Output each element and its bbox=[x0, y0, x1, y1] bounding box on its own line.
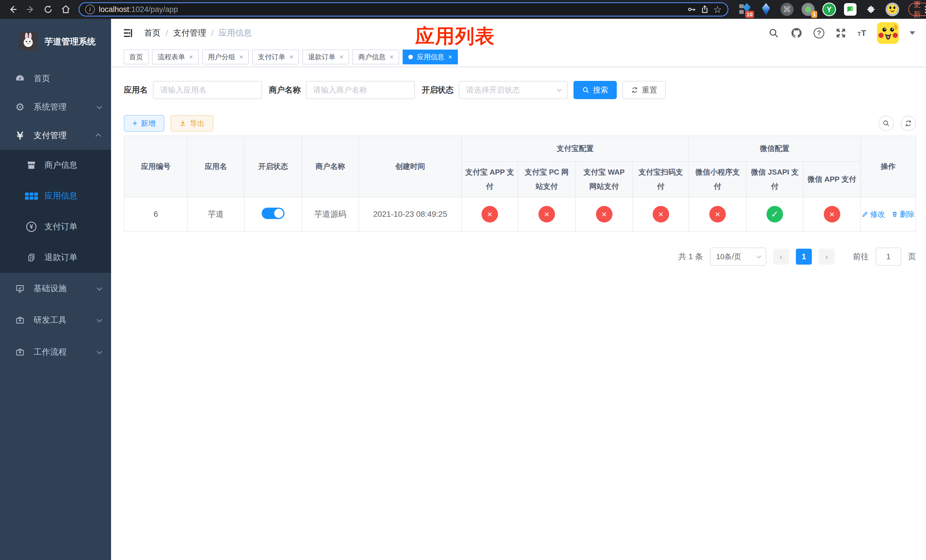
site-info-icon[interactable]: i bbox=[85, 5, 95, 14]
extensions-area: 10 ⌘ 1 Y bbox=[738, 3, 899, 16]
cell-alipay-qr bbox=[633, 197, 689, 231]
sidebar-item-system[interactable]: ⚙ 系统管理 bbox=[0, 93, 111, 121]
close-icon[interactable]: × bbox=[239, 53, 243, 61]
col-app-id: 应用编号 bbox=[124, 136, 188, 197]
navbar-actions: ? TT bbox=[768, 22, 915, 44]
page-content: 应用名 商户名称 开启状态 请选择开启状态 搜索 重置 bbox=[111, 67, 926, 560]
briefcase-icon bbox=[14, 347, 26, 357]
tab-merchant-info[interactable]: 商户信息× bbox=[353, 50, 399, 64]
user-avatar[interactable] bbox=[877, 22, 899, 44]
extensions-puzzle-icon[interactable] bbox=[864, 3, 878, 16]
monitor-check-icon bbox=[14, 284, 26, 294]
edit-link[interactable]: 修改 bbox=[862, 209, 885, 219]
address-bar[interactable]: i localhost:1024/pay/app ☆ bbox=[79, 2, 728, 17]
toggle-search-button[interactable] bbox=[878, 116, 894, 131]
avatar-caret-icon[interactable] bbox=[909, 31, 915, 35]
add-button[interactable]: + 新增 bbox=[124, 115, 164, 132]
tab-refund-order[interactable]: 退款订单× bbox=[303, 50, 349, 64]
breadcrumb-payment[interactable]: 支付管理 bbox=[173, 27, 206, 39]
prev-page-button[interactable]: ‹ bbox=[773, 249, 789, 265]
extension-chat-icon[interactable] bbox=[843, 3, 857, 16]
fullscreen-icon[interactable] bbox=[835, 27, 847, 39]
extension-badge: 10 bbox=[745, 11, 754, 18]
search-icon bbox=[582, 86, 589, 94]
url-text: localhost:1024/pay/app bbox=[99, 5, 683, 14]
page-size-select[interactable]: 10条/页 bbox=[710, 248, 766, 266]
sidebar-item-infrastructure[interactable]: 基础设施 bbox=[0, 273, 111, 304]
reset-button[interactable]: 重置 bbox=[622, 81, 666, 99]
browser-update-button[interactable]: 更新 bbox=[908, 3, 926, 16]
tab-app-info[interactable]: 应用信息× bbox=[402, 50, 458, 64]
storefront-icon bbox=[25, 160, 38, 170]
yen-icon: ￥ bbox=[14, 129, 26, 143]
browser-menu-icon[interactable] bbox=[925, 6, 926, 13]
extension-kite-icon[interactable] bbox=[759, 3, 773, 16]
cell-alipay-app bbox=[461, 197, 518, 231]
sidebar-logo[interactable]: 芋道管理系统 bbox=[0, 19, 111, 64]
status-toggle[interactable] bbox=[262, 207, 284, 219]
extension-tabs-icon[interactable]: 10 bbox=[738, 3, 752, 16]
help-icon[interactable]: ? bbox=[814, 28, 825, 38]
tab-process-form[interactable]: 流程表单× bbox=[152, 50, 199, 64]
alipay-qr-status-badge bbox=[653, 206, 669, 222]
extension-badge-2: 1 bbox=[811, 11, 817, 18]
app-name-input[interactable] bbox=[153, 81, 262, 99]
tab-user-group[interactable]: 用户分组× bbox=[202, 50, 249, 64]
extension-recorder-icon[interactable]: 1 bbox=[801, 3, 815, 16]
sidebar-item-pay-order[interactable]: ¥ 支付订单 bbox=[0, 211, 111, 242]
app-table: 应用编号 应用名 开启状态 商户名称 创建时间 支付宝配置 微信配置 操作 支付… bbox=[124, 136, 916, 232]
sidebar-item-home[interactable]: 首页 bbox=[0, 64, 111, 93]
font-size-icon[interactable]: TT bbox=[857, 28, 866, 38]
export-button[interactable]: 导出 bbox=[171, 115, 213, 132]
status-select[interactable]: 请选择开启状态 bbox=[459, 81, 568, 99]
close-icon[interactable]: × bbox=[289, 53, 293, 61]
col-group-wechat: 微信配置 bbox=[689, 136, 861, 162]
browser-back-button[interactable] bbox=[5, 2, 21, 17]
sidebar-item-payment[interactable]: ￥ 支付管理 bbox=[0, 121, 111, 150]
refresh-table-button[interactable] bbox=[901, 116, 916, 131]
extension-command-icon[interactable]: ⌘ bbox=[780, 3, 794, 16]
close-icon[interactable]: × bbox=[189, 53, 193, 61]
sidebar-item-refund-order[interactable]: 退款订单 bbox=[0, 242, 111, 273]
yen-circle-icon: ¥ bbox=[25, 222, 38, 232]
browser-home-button[interactable] bbox=[58, 2, 73, 17]
search-button[interactable]: 搜索 bbox=[573, 81, 617, 99]
browser-reload-button[interactable] bbox=[41, 2, 56, 17]
trash-icon bbox=[891, 211, 898, 218]
sidebar-item-app-info[interactable]: 应用信息 bbox=[0, 180, 111, 211]
cell-created: 2021-10-23 08:49:25 bbox=[359, 197, 461, 231]
alipay-pc-status-badge bbox=[539, 206, 555, 222]
page-number-button[interactable]: 1 bbox=[796, 249, 812, 265]
col-alipay-app: 支付宝 APP 支付 bbox=[461, 162, 518, 197]
chevron-down-icon bbox=[97, 285, 102, 291]
search-icon bbox=[882, 120, 890, 127]
cell-alipay-pc bbox=[518, 197, 575, 231]
sidebar-item-dev-tools[interactable]: 研发工具 bbox=[0, 304, 111, 336]
password-key-icon[interactable] bbox=[687, 5, 696, 14]
extension-emoji-icon[interactable] bbox=[885, 3, 899, 16]
filter-form: 应用名 商户名称 开启状态 请选择开启状态 搜索 重置 bbox=[124, 81, 916, 99]
next-page-button[interactable]: › bbox=[819, 249, 835, 265]
merchant-name-input[interactable] bbox=[306, 81, 415, 99]
share-icon[interactable] bbox=[700, 5, 709, 14]
breadcrumb-home[interactable]: 首页 bbox=[144, 27, 160, 39]
chevron-down-icon bbox=[557, 87, 562, 92]
active-dot-icon bbox=[409, 55, 413, 59]
delete-link[interactable]: 删除 bbox=[891, 209, 915, 219]
close-icon[interactable]: × bbox=[448, 53, 452, 61]
extension-y-icon[interactable]: Y bbox=[822, 3, 836, 16]
tab-pay-order[interactable]: 支付订单× bbox=[252, 50, 299, 64]
sidebar-item-merchant-info[interactable]: 商户信息 bbox=[0, 150, 111, 180]
close-icon[interactable]: × bbox=[390, 53, 393, 61]
goto-page-input[interactable] bbox=[876, 248, 901, 266]
sidebar-item-workflow[interactable]: 工作流程 bbox=[0, 336, 111, 368]
browser-forward-button[interactable] bbox=[23, 2, 38, 17]
bookmark-star-icon[interactable]: ☆ bbox=[713, 5, 722, 14]
github-icon[interactable] bbox=[790, 27, 803, 39]
tab-home[interactable]: 首页 bbox=[124, 50, 149, 64]
top-navbar: 首页 / 支付管理 / 应用信息 应用列表 ? TT bbox=[111, 19, 926, 47]
search-icon[interactable] bbox=[768, 27, 779, 39]
sidebar-toggle-button[interactable] bbox=[123, 27, 134, 39]
close-icon[interactable]: × bbox=[339, 53, 343, 61]
breadcrumb: 首页 / 支付管理 / 应用信息 bbox=[144, 27, 252, 39]
